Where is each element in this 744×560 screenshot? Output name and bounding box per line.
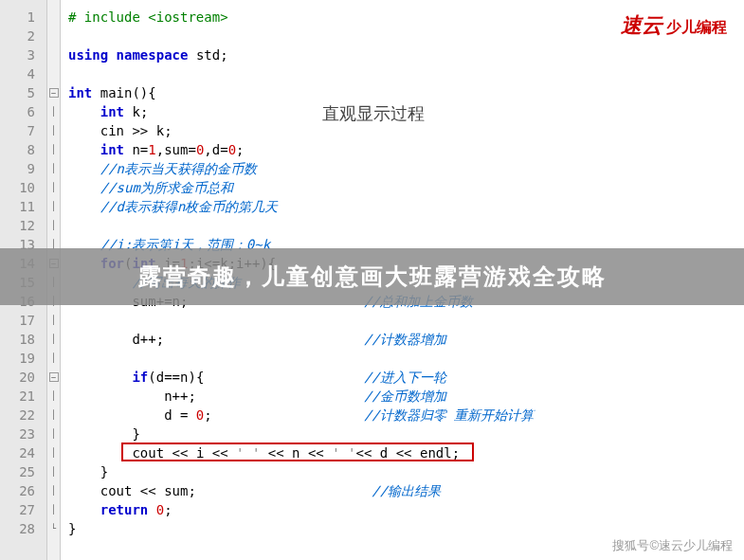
line-number: 25 (0, 462, 39, 481)
fold-guide: │ (47, 330, 60, 349)
line-number: 3 (0, 45, 39, 64)
line-number: 8 (0, 140, 39, 159)
line-number: 7 (0, 121, 39, 140)
line-number: 24 (0, 443, 39, 462)
line-number: 1 (0, 8, 39, 27)
fold-toggle-icon[interactable]: − (49, 372, 59, 382)
line-number: 20 (0, 368, 39, 387)
code-line[interactable] (68, 64, 744, 83)
fold-guide: │ (47, 102, 60, 121)
code-line[interactable]: if(d==n){ //进入下一轮 (68, 368, 744, 387)
fold-guide: │ (47, 387, 60, 406)
code-line[interactable]: d = 0; //计数器归零 重新开始计算 (68, 406, 744, 425)
fold-guide: │ (47, 349, 60, 368)
code-line[interactable]: cout << sum; //输出结果 (68, 481, 744, 500)
fold-guide (47, 45, 60, 64)
line-number: 28 (0, 519, 39, 538)
line-number: 5 (0, 83, 39, 102)
logo-brand: 速云 (621, 13, 662, 37)
logo-sub: 少儿编程 (666, 19, 727, 35)
fold-guide: │ (47, 425, 60, 443)
line-number: 26 (0, 481, 39, 500)
code-line[interactable]: int n=1,sum=0,d=0; (68, 140, 744, 159)
code-line[interactable] (68, 216, 744, 235)
brand-logo: 速云 少儿编程 (621, 11, 727, 40)
line-number: 9 (0, 159, 39, 178)
line-number: 18 (0, 330, 39, 349)
code-line[interactable]: } (68, 425, 744, 443)
line-number: 12 (0, 216, 39, 235)
fold-guide: │ (47, 121, 60, 140)
line-number: 6 (0, 102, 39, 121)
code-line[interactable]: //n表示当天获得的金币数 (68, 159, 744, 178)
line-number: 4 (0, 64, 39, 83)
code-line[interactable]: } (68, 462, 744, 481)
code-line[interactable]: return 0; (68, 500, 744, 519)
footer-credit: 搜狐号©速云少儿编程 (612, 537, 733, 554)
fold-guide (47, 8, 60, 27)
fold-guide: │ (47, 406, 60, 425)
code-line[interactable]: //sum为所求金币总和 (68, 178, 744, 197)
line-number: 17 (0, 311, 39, 330)
fold-guide: │ (47, 178, 60, 197)
overlay-banner: 露营奇趣，儿童创意画大班露营游戏全攻略 (0, 248, 744, 305)
fold-guide: │ (47, 197, 60, 216)
code-line[interactable]: d++; //计数器增加 (68, 330, 744, 349)
code-line[interactable]: using namespace std; (68, 45, 744, 64)
code-line[interactable]: int main(){ (68, 83, 744, 102)
fold-toggle-icon[interactable]: − (49, 88, 59, 98)
fold-guide: │ (47, 159, 60, 178)
fold-guide: │ (47, 311, 60, 330)
code-line[interactable]: cout << i << ' ' << n << ' '<< d << endl… (68, 443, 744, 462)
line-number: 27 (0, 500, 39, 519)
fold-guide (47, 27, 60, 45)
fold-guide: │ (47, 216, 60, 235)
code-line[interactable]: } (68, 519, 744, 538)
line-number: 21 (0, 387, 39, 406)
fold-guide: │ (47, 443, 60, 462)
line-number: 2 (0, 27, 39, 45)
line-number: 22 (0, 406, 39, 425)
fold-guide (47, 64, 60, 83)
fold-guide: │ (47, 500, 60, 519)
fold-guide: │ (47, 462, 60, 481)
fold-guide: │ (47, 140, 60, 159)
code-line[interactable] (68, 311, 744, 330)
fold-guide: │ (47, 481, 60, 500)
annotation-label: 直观显示过程 (322, 102, 425, 125)
fold-guide: └ (47, 519, 60, 538)
code-line[interactable]: n++; //金币数增加 (68, 387, 744, 406)
line-number: 19 (0, 349, 39, 368)
line-number: 23 (0, 425, 39, 443)
line-number: 11 (0, 197, 39, 216)
code-line[interactable]: //d表示获得n枚金币的第几天 (68, 197, 744, 216)
code-line[interactable] (68, 349, 744, 368)
line-number: 10 (0, 178, 39, 197)
